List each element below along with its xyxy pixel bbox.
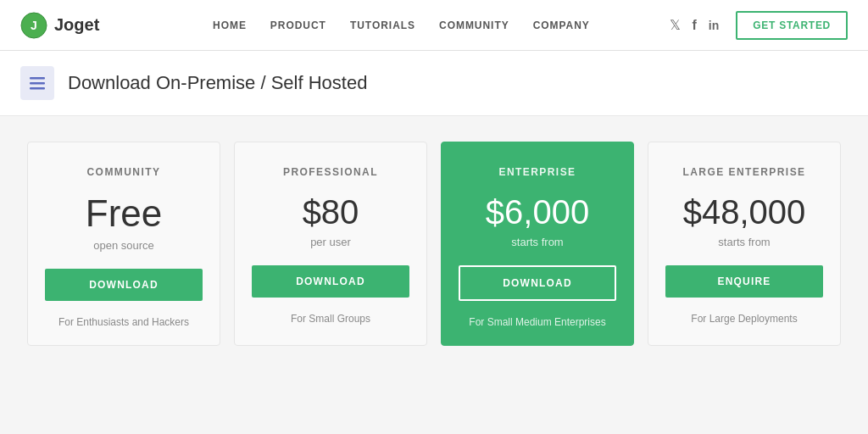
plan-description-professional: For Small Groups <box>291 313 370 325</box>
page-title: Download On-Premise / Self Hosted <box>68 72 367 94</box>
pricing-card-enterprise: ENTERPRISE $6,000 starts from DOWNLOAD F… <box>441 142 634 346</box>
download-button-enterprise[interactable]: DOWNLOAD <box>459 265 616 301</box>
menu-icon <box>27 73 47 93</box>
svg-rect-3 <box>30 82 45 85</box>
social-links: 𝕏 f in <box>670 17 720 33</box>
nav-product[interactable]: PRODUCT <box>270 19 326 31</box>
logo[interactable]: J Joget <box>20 12 99 39</box>
nav-tutorials[interactable]: TUTORIALS <box>350 19 415 31</box>
plan-subtitle-enterprise: starts from <box>511 236 563 248</box>
plan-name-large-enterprise: LARGE ENTERPRISE <box>682 166 805 178</box>
plan-description-community: For Enthusiasts and Hackers <box>58 316 189 328</box>
pricing-card-large-enterprise: LARGE ENTERPRISE $48,000 starts from ENQ… <box>648 142 841 346</box>
svg-rect-4 <box>30 87 45 90</box>
nav-company[interactable]: COMPANY <box>533 19 590 31</box>
plan-price-community: Free <box>86 193 162 234</box>
facebook-icon[interactable]: f <box>693 18 697 33</box>
pricing-card-professional: PROFESSIONAL $80 per user DOWNLOAD For S… <box>234 142 427 346</box>
pricing-grid: COMMUNITY Free open source DOWNLOAD For … <box>27 142 841 346</box>
svg-rect-2 <box>30 77 45 80</box>
page-header-icon <box>20 66 54 100</box>
logo-icon: J <box>20 12 47 39</box>
svg-text:J: J <box>31 19 37 32</box>
nav-community[interactable]: COMMUNITY <box>439 19 509 31</box>
navbar: J Joget HOME PRODUCT TUTORIALS COMMUNITY… <box>0 0 868 51</box>
plan-price-enterprise: $6,000 <box>486 193 589 231</box>
plan-description-large-enterprise: For Large Deployments <box>691 313 797 325</box>
pricing-section: COMMUNITY Free open source DOWNLOAD For … <box>0 116 868 371</box>
download-button-community[interactable]: DOWNLOAD <box>45 269 203 301</box>
page-header: Download On-Premise / Self Hosted <box>0 51 868 116</box>
plan-subtitle-large-enterprise: starts from <box>718 236 770 248</box>
linkedin-icon[interactable]: in <box>709 19 719 32</box>
plan-price-professional: $80 <box>303 193 359 231</box>
get-started-button[interactable]: GET STARTED <box>736 11 848 40</box>
plan-price-large-enterprise: $48,000 <box>683 193 806 231</box>
twitter-icon[interactable]: 𝕏 <box>670 17 681 33</box>
download-button-professional[interactable]: DOWNLOAD <box>252 265 409 298</box>
navbar-links: HOME PRODUCT TUTORIALS COMMUNITY COMPANY <box>133 19 669 31</box>
plan-subtitle-community: open source <box>93 239 154 252</box>
plan-name-community: COMMUNITY <box>87 166 161 178</box>
plan-name-enterprise: ENTERPRISE <box>498 166 576 178</box>
logo-text: Joget <box>54 15 99 35</box>
plan-subtitle-professional: per user <box>310 236 351 248</box>
nav-home[interactable]: HOME <box>213 19 247 31</box>
enquire-button-large-enterprise[interactable]: ENQUIRE <box>665 265 823 298</box>
pricing-card-community: COMMUNITY Free open source DOWNLOAD For … <box>27 142 220 346</box>
plan-description-enterprise: For Small Medium Enterprises <box>469 316 605 328</box>
plan-name-professional: PROFESSIONAL <box>283 166 378 178</box>
